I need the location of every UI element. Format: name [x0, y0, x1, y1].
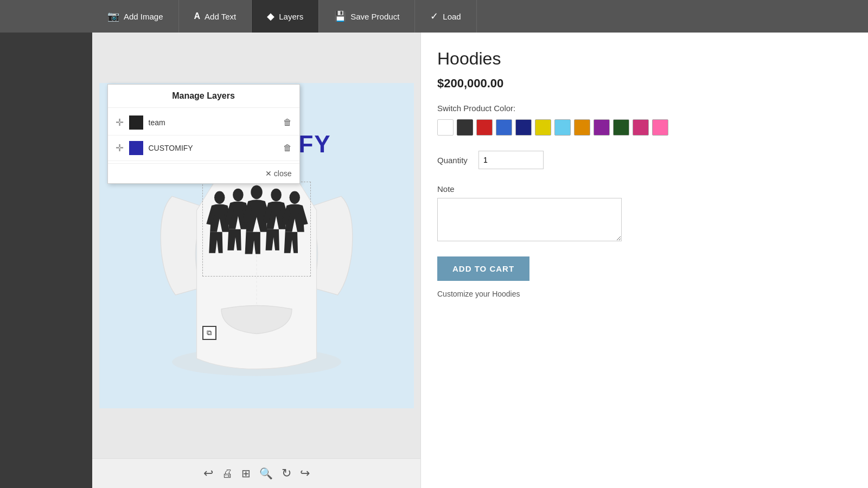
camera-icon: 📷	[107, 10, 119, 22]
right-panel: Hoodies $200,000.00 Switch Product Color…	[420, 33, 868, 488]
color-swatch-white[interactable]	[437, 119, 454, 136]
bottom-toolbar: ↩ 🖨 ⊞ 🔍 ↻ ↪	[92, 458, 420, 488]
layer-color-team	[129, 115, 143, 130]
copy-element-button[interactable]: ⧉	[202, 326, 216, 340]
layers-button[interactable]: ◆ Layers	[252, 0, 319, 33]
close-label: close	[274, 169, 292, 178]
refresh-button[interactable]: ↻	[282, 466, 291, 480]
customize-label: Customize your Hoodies	[437, 290, 852, 298]
add-to-cart-button[interactable]: ADD TO CART	[437, 256, 529, 281]
save-product-button[interactable]: 💾 Save Product	[319, 0, 415, 33]
color-swatch-magenta[interactable]	[633, 119, 649, 136]
grid-button[interactable]: ⊞	[241, 467, 251, 480]
drag-handle-customify[interactable]: ✛	[116, 142, 124, 154]
add-image-button[interactable]: 📷 Add Image	[92, 0, 179, 33]
layer-item-team[interactable]: ✛ team 🗑	[108, 110, 299, 136]
product-title: Hoodies	[437, 49, 852, 69]
layers-label: Layers	[279, 12, 303, 21]
selection-box	[202, 182, 311, 277]
add-image-label: Add Image	[124, 12, 163, 21]
delete-layer-customify[interactable]: 🗑	[283, 143, 292, 153]
layer-name-team: team	[149, 118, 278, 127]
product-price: $200,000.00	[437, 76, 852, 91]
color-swatch-lightblue[interactable]	[554, 119, 571, 136]
layers-popup-footer: ✕ close	[108, 163, 299, 183]
color-swatches	[437, 119, 852, 136]
layers-list: ✛ team 🗑 ✛ CUSTOMIFY 🗑	[108, 108, 299, 163]
color-swatch-green[interactable]	[613, 119, 629, 136]
left-sidebar	[0, 33, 92, 488]
note-textarea[interactable]	[437, 198, 622, 241]
text-icon: A	[194, 11, 201, 21]
redo-button[interactable]: ↪	[300, 466, 310, 480]
load-button[interactable]: ✓ Load	[415, 0, 476, 33]
canvas-workspace: CUSTOMIFY 🗑	[99, 83, 414, 408]
layers-popup: Manage Layers ✛ team 🗑	[107, 84, 300, 184]
close-x-icon: ✕	[265, 169, 272, 178]
add-text-label: Add Text	[205, 12, 236, 21]
layers-icon: ◆	[267, 10, 275, 22]
drag-handle-team[interactable]: ✛	[116, 117, 124, 129]
load-label: Load	[443, 12, 461, 21]
color-swatch-black[interactable]	[457, 119, 473, 136]
quantity-input[interactable]	[478, 151, 544, 169]
color-swatch-orange[interactable]	[574, 119, 590, 136]
layer-color-customify	[129, 141, 143, 155]
note-label: Note	[437, 184, 852, 194]
layers-popup-header: Manage Layers	[108, 85, 299, 108]
delete-layer-team[interactable]: 🗑	[283, 118, 292, 127]
save-icon: 💾	[334, 10, 346, 22]
close-layers-button[interactable]: ✕ close	[265, 169, 292, 178]
print-button[interactable]: 🖨	[222, 467, 233, 480]
color-swatch-pink[interactable]	[652, 119, 668, 136]
check-icon: ✓	[430, 10, 438, 22]
color-swatch-purple[interactable]	[593, 119, 610, 136]
zoom-button[interactable]: 🔍	[259, 467, 273, 480]
save-product-label: Save Product	[350, 12, 399, 21]
color-swatch-yellow[interactable]	[535, 119, 551, 136]
color-swatch-blue[interactable]	[496, 119, 512, 136]
color-swatch-navy[interactable]	[515, 119, 532, 136]
layer-name-customify: CUSTOMIFY	[149, 144, 278, 152]
color-section-label: Switch Product Color:	[437, 104, 852, 113]
color-swatch-red[interactable]	[476, 119, 493, 136]
add-text-button[interactable]: A Add Text	[179, 0, 252, 33]
undo-button[interactable]: ↩	[203, 466, 213, 480]
quantity-label: Quantity	[437, 156, 468, 165]
layer-item-customify[interactable]: ✛ CUSTOMIFY 🗑	[108, 136, 299, 161]
